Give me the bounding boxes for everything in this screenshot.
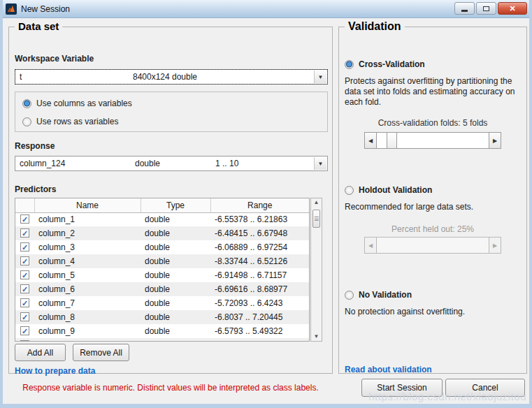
response-name: column_124 (20, 159, 135, 168)
predictor-checkbox[interactable] (20, 326, 29, 335)
slider-left-arrow-icon: ◀ (364, 237, 377, 254)
predictor-name: column_8 (34, 310, 141, 324)
start-session-button[interactable]: Start Session (361, 379, 443, 397)
response-combo[interactable]: column_124 double 1 .. 10 ▼ (15, 156, 328, 171)
cross-validation-folds-label: Cross-validation folds: 5 folds (339, 118, 526, 128)
predictor-checkbox[interactable] (20, 256, 29, 265)
predictor-row[interactable]: column_3double-6.06889 .. 6.97254 (15, 240, 309, 254)
predictor-row[interactable]: column_10double-6.5543 .. 5.58873 (15, 338, 309, 342)
dataset-group: Data set Workspace Variable t 8400x124 d… (8, 27, 333, 374)
scroll-up-icon[interactable]: ▲ (314, 199, 319, 206)
dataset-group-title: Data set (15, 20, 62, 32)
minimize-button[interactable] (454, 2, 475, 15)
workspace-variable-combo[interactable]: t 8400x124 double ▼ (15, 69, 328, 85)
slider-left-arrow-icon[interactable]: ◀ (364, 132, 377, 149)
use-columns-label: Use columns as variables (36, 99, 132, 108)
remove-all-button[interactable]: Remove All (73, 344, 129, 361)
predictor-type: double (141, 212, 210, 226)
predictor-type: double (141, 240, 210, 254)
predictor-checkbox[interactable] (20, 298, 29, 307)
predictors-label: Predictors (15, 184, 56, 194)
col-header-type[interactable]: Type (141, 198, 210, 212)
predictor-range: -8.33744 .. 6.52126 (210, 254, 309, 268)
slider-right-arrow-icon[interactable]: ▶ (489, 132, 501, 149)
predictor-range: -6.5793 .. 5.49322 (210, 324, 309, 338)
cancel-button[interactable]: Cancel (445, 379, 525, 397)
predictors-scrollbar[interactable]: ▲ ☰ ▼ (310, 198, 322, 342)
col-header-name[interactable]: Name (34, 198, 141, 212)
response-type: double (135, 159, 215, 168)
restore-icon (483, 6, 489, 11)
cross-validation-description: Protects against overfitting by partitio… (345, 76, 522, 108)
predictor-row[interactable]: column_5double-6.91498 .. 6.71157 (15, 268, 309, 282)
predictor-row[interactable]: column_7double-5.72093 .. 6.4243 (15, 296, 309, 310)
holdout-validation-option[interactable]: Holdout Validation (345, 185, 432, 195)
predictor-checkbox[interactable] (20, 242, 29, 252)
predictor-range: -6.06889 .. 6.97254 (210, 240, 309, 254)
orientation-box: Use columns as variables Use rows as var… (15, 92, 328, 132)
predictor-range: -5.72093 .. 6.4243 (210, 296, 309, 310)
use-columns-radio[interactable] (22, 99, 31, 108)
use-rows-label: Use rows as variables (36, 117, 118, 126)
predictor-row[interactable]: column_2double-6.48415 .. 6.67948 (15, 226, 309, 240)
titlebar: New Session ✕ (3, 0, 529, 18)
scroll-down-icon[interactable]: ▼ (314, 333, 319, 340)
predictor-name: column_7 (34, 296, 141, 310)
dialog-body: Data set Workspace Variable t 8400x124 d… (3, 18, 529, 404)
how-to-prepare-data-link[interactable]: How to prepare data (15, 366, 95, 376)
predictor-type: double (141, 338, 210, 342)
predictor-checkbox[interactable] (20, 284, 29, 293)
predictors-header-row: Name Type Range (15, 198, 309, 212)
add-all-button[interactable]: Add All (15, 344, 66, 361)
cross-validation-option[interactable]: Cross-Validation (345, 59, 425, 69)
predictor-range: -6.8037 .. 7.20445 (210, 310, 309, 324)
holdout-validation-radio[interactable] (345, 186, 354, 195)
cross-validation-label: Cross-Validation (359, 59, 425, 69)
slider-thumb[interactable] (387, 132, 397, 149)
predictor-range: -6.91498 .. 6.71157 (210, 268, 309, 282)
predictor-row[interactable]: column_9double-6.5793 .. 5.49322 (15, 324, 309, 338)
cross-validation-folds-slider[interactable]: ◀ ▶ (364, 132, 501, 149)
matlab-logo-icon (6, 3, 17, 15)
predictor-row[interactable]: column_8double-6.8037 .. 7.20445 (15, 310, 309, 324)
predictor-name: column_9 (34, 324, 141, 338)
predictor-checkbox[interactable] (20, 214, 29, 224)
use-rows-radio[interactable] (22, 117, 31, 126)
close-button[interactable]: ✕ (498, 2, 527, 15)
predictor-row[interactable]: column_1double-6.55378 .. 6.21863 (15, 212, 309, 226)
read-about-validation-link[interactable]: Read about validation (345, 365, 432, 374)
predictor-range: -6.5543 .. 5.58873 (210, 338, 309, 342)
predictor-range: -6.55378 .. 6.21863 (210, 212, 309, 226)
predictor-name: column_3 (34, 240, 141, 254)
predictor-type: double (141, 254, 210, 268)
col-header-check (15, 198, 34, 212)
cross-validation-radio[interactable] (345, 60, 354, 69)
workspace-variable-label: Workspace Variable (15, 54, 94, 64)
predictor-checkbox[interactable] (20, 340, 29, 342)
workspace-variable-info: 8400x124 double (15, 72, 315, 82)
predictor-row[interactable]: column_4double-8.33744 .. 6.52126 (15, 254, 309, 268)
chevron-down-icon[interactable]: ▼ (314, 71, 326, 83)
predictor-checkbox[interactable] (20, 228, 29, 238)
predictor-checkbox[interactable] (20, 312, 29, 321)
predictor-row[interactable]: column_6double-6.69616 .. 8.68977 (15, 282, 309, 296)
chevron-down-icon[interactable]: ▼ (314, 157, 326, 170)
no-validation-label: No Validation (359, 290, 412, 300)
validation-group-title: Validation (345, 20, 405, 33)
restore-button[interactable] (476, 2, 496, 15)
use-columns-option[interactable]: Use columns as variables (22, 99, 132, 108)
predictor-name: column_2 (34, 226, 141, 240)
validation-group: Validation Cross-Validation Protects aga… (338, 27, 527, 374)
slider-track[interactable] (377, 132, 489, 149)
no-validation-option[interactable]: No Validation (345, 290, 412, 300)
predictor-type: double (141, 296, 210, 310)
predictor-checkbox[interactable] (20, 270, 29, 279)
percent-held-out-label: Percent held out: 25% (339, 224, 526, 234)
col-header-range[interactable]: Range (210, 198, 309, 212)
scrollbar-thumb[interactable]: ☰ (312, 210, 320, 228)
use-rows-option[interactable]: Use rows as variables (22, 117, 118, 126)
no-validation-radio[interactable] (345, 291, 354, 300)
response-range: 1 .. 10 (215, 159, 238, 168)
predictor-name: column_6 (34, 282, 141, 296)
predictor-type: double (141, 282, 210, 296)
